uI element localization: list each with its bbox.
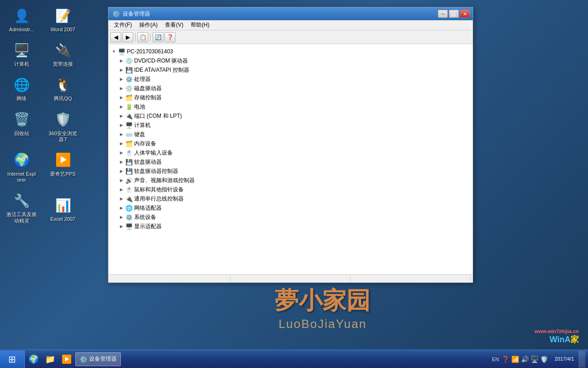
toggle-4[interactable]: ▶ xyxy=(118,94,125,101)
toggle-1[interactable]: ▶ xyxy=(118,66,125,74)
toggle-3[interactable]: ▶ xyxy=(118,85,125,92)
menu-view[interactable]: 查看(V) xyxy=(161,20,187,30)
toggle-8[interactable]: ▶ xyxy=(118,131,125,138)
restore-button[interactable]: ⬜ xyxy=(449,10,459,18)
tree-item-2[interactable]: ▶ ⚙️ 处理器 xyxy=(108,75,473,84)
icon-360[interactable]: 🛡️ 360安全浏览器7 xyxy=(46,109,80,144)
tray-help-icon: ❓ xyxy=(502,356,509,363)
properties-button[interactable]: 📋 xyxy=(137,32,148,42)
device-manager-window: ⚙️ 设备管理器 ─ ⬜ ✕ 文件(F) 操作(A) 查看(V) 帮助(H) ◀… xyxy=(108,7,473,283)
taskbar-app-label: 设备管理器 xyxy=(89,355,117,363)
status-seg-2 xyxy=(231,276,351,282)
show-desktop-button[interactable] xyxy=(579,351,585,368)
toggle-12[interactable]: ▶ xyxy=(118,167,125,175)
back-button[interactable]: ◀ xyxy=(110,32,121,42)
tray-update-icon: 🛡️ xyxy=(540,356,548,363)
tray-volume-icon[interactable]: 🔊 xyxy=(521,356,529,363)
icon-broadband[interactable]: 🔌 宽带连接 xyxy=(46,39,80,69)
tree-item-15[interactable]: ▶ 🔌 通用串行总线控制器 xyxy=(108,194,473,203)
taskbar-apps: 🌍 📁 ▶️ ⚙️ 设备管理器 xyxy=(25,350,122,368)
watermark: 夢小家园 LuoBoJiaYuan xyxy=(275,285,370,331)
menu-action[interactable]: 操作(A) xyxy=(136,20,161,30)
tree-item-17[interactable]: ▶ ⚙️ 系统设备 xyxy=(108,213,473,222)
toolbar-separator-1 xyxy=(135,33,136,41)
tray-icons: ❓ 📶 🔊 🖥️ 🛡️ xyxy=(502,356,548,363)
title-bar-left: ⚙️ 设备管理器 xyxy=(112,10,150,18)
toggle-10[interactable]: ▶ xyxy=(118,149,125,156)
menu-help[interactable]: 帮助(H) xyxy=(187,20,213,30)
minimize-button[interactable]: ─ xyxy=(438,10,448,18)
toggle-14[interactable]: ▶ xyxy=(118,186,125,193)
tree-item-14[interactable]: ▶ 🖱️ 鼠标和其他指针设备 xyxy=(108,185,473,194)
icon-iqiyi[interactable]: ▶️ 爱奇艺PPS xyxy=(46,149,80,185)
toggle-9[interactable]: ▶ xyxy=(118,140,125,147)
toggle-6[interactable]: ▶ xyxy=(118,112,125,120)
root-label: PC-201703061403 xyxy=(127,48,173,55)
tree-item-11[interactable]: ▶ 💾 软盘驱动器 xyxy=(108,157,473,167)
status-bar xyxy=(108,274,473,282)
tray-monitor-icon: 🖥️ xyxy=(531,356,538,363)
tree-item-12[interactable]: ▶ 💾 软盘驱动器控制器 xyxy=(108,167,473,176)
window-title: 设备管理器 xyxy=(123,10,150,18)
toggle-7[interactable]: ▶ xyxy=(118,121,125,129)
desktop: 👤 Administr... 📝 Word 2007 🖥️ 计算机 🔌 宽带连接… xyxy=(0,0,588,368)
window-controls: ─ ⬜ ✕ xyxy=(438,10,470,18)
icon-admin[interactable]: 👤 Administr... xyxy=(5,5,39,34)
toggle-15[interactable]: ▶ xyxy=(118,195,125,202)
tray-language[interactable]: EN xyxy=(492,356,499,362)
icon-trash[interactable]: 🗑️ 回收站 xyxy=(5,109,39,144)
tree-item-13[interactable]: ▶ 🔊 声音、视频和游戏控制器 xyxy=(108,176,473,185)
system-tray: EN ❓ 📶 🔊 🖥️ 🛡️ 2017/4/1 xyxy=(492,351,588,368)
taskbar-icon-ie[interactable]: 🌍 xyxy=(26,352,41,366)
icon-qq[interactable]: 🐧 腾讯QQ xyxy=(46,74,80,104)
tree-item-5[interactable]: ▶ 🔋 电池 xyxy=(108,102,473,111)
help-button[interactable]: ❓ xyxy=(164,32,175,42)
window-icon: ⚙️ xyxy=(112,10,120,17)
menu-bar: 文件(F) 操作(A) 查看(V) 帮助(H) xyxy=(108,20,473,30)
tree-item-1[interactable]: ▶ 💾 IDE ATA/ATAPI 控制器 xyxy=(108,65,473,75)
tree-item-6[interactable]: ▶ 🔌 端口 (COM 和 LPT) xyxy=(108,111,473,121)
tree-item-0[interactable]: ▶ 💿 DVD/CD-ROM 驱动器 xyxy=(108,56,473,65)
icon-computer[interactable]: 🖥️ 计算机 xyxy=(5,39,39,69)
tree-item-9[interactable]: ▶ 🗂️ 内存设备 xyxy=(108,139,473,148)
toggle-2[interactable]: ▶ xyxy=(118,75,125,83)
tree-item-10[interactable]: ▶ 🖱️ 人体学输入设备 xyxy=(108,148,473,157)
tree-item-16[interactable]: ▶ 🌐 网络适配器 xyxy=(108,203,473,213)
icon-word2007[interactable]: 📝 Word 2007 xyxy=(46,5,80,34)
close-button[interactable]: ✕ xyxy=(460,10,470,18)
taskbar-icon-explorer[interactable]: 📁 xyxy=(42,352,58,366)
forward-button[interactable]: ▶ xyxy=(122,32,133,42)
taskbar-icon-media[interactable]: ▶️ xyxy=(59,352,74,366)
menu-file[interactable]: 文件(F) xyxy=(110,20,136,30)
icon-excel[interactable]: 📊 Excel 2007 xyxy=(46,194,80,225)
taskbar-device-manager[interactable]: ⚙️ 设备管理器 xyxy=(75,352,121,366)
tree-item-4[interactable]: ▶ 🗂️ 存储控制器 xyxy=(108,93,473,102)
toggle-13[interactable]: ▶ xyxy=(118,177,125,184)
icon-tools[interactable]: 🔧 激活工具及驱动精灵 xyxy=(5,190,39,225)
start-button[interactable]: ⊞ xyxy=(0,351,25,368)
tree-item-7[interactable]: ▶ 🖥️ 计算机 xyxy=(108,121,473,130)
toggle-17[interactable]: ▶ xyxy=(118,213,125,221)
tree-item-18[interactable]: ▶ 🖥️ 显示适配器 xyxy=(108,222,473,231)
toggle-18[interactable]: ▶ xyxy=(118,223,125,230)
toggle-16[interactable]: ▶ xyxy=(118,204,125,212)
update-button[interactable]: 🔄 xyxy=(153,32,164,42)
toggle-5[interactable]: ▶ xyxy=(118,103,125,110)
device-tree[interactable]: ▼ 🖥️ PC-201703061403 ▶ 💿 DVD/CD-ROM 驱动器 … xyxy=(108,44,473,274)
icon-network[interactable]: 🌐 网络 xyxy=(5,74,39,104)
tray-network-icon[interactable]: 📶 xyxy=(511,356,519,363)
icon-ie[interactable]: 🌍 Internet Explorer xyxy=(5,149,39,185)
status-seg-1 xyxy=(110,276,231,282)
computer-icon: 🖥️ xyxy=(118,48,126,55)
system-clock[interactable]: 2017/4/1 xyxy=(551,356,574,362)
tree-item-8[interactable]: ▶ ⌨️ 键盘 xyxy=(108,130,473,139)
root-toggle[interactable]: ▼ xyxy=(110,48,118,55)
status-seg-3 xyxy=(351,276,471,282)
taskbar: ⊞ 🌍 📁 ▶️ ⚙️ 设备管理器 EN ❓ 📶 xyxy=(0,350,588,368)
toggle-11[interactable]: ▶ xyxy=(118,158,125,166)
tree-root-node[interactable]: ▼ 🖥️ PC-201703061403 xyxy=(108,47,473,56)
toggle-0[interactable]: ▶ xyxy=(118,57,125,64)
window-content: ▼ 🖥️ PC-201703061403 ▶ 💿 DVD/CD-ROM 驱动器 … xyxy=(108,44,473,274)
desktop-icons: 👤 Administr... 📝 Word 2007 🖥️ 计算机 🔌 宽带连接… xyxy=(5,5,83,226)
tree-item-3[interactable]: ▶ 💿 磁盘驱动器 xyxy=(108,84,473,93)
